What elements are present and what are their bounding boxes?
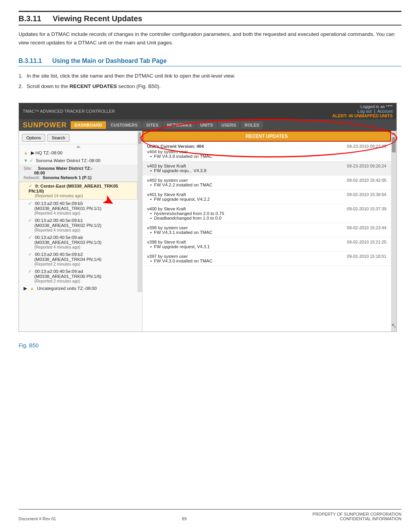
tree-item-sonoma[interactable]: ▼ ✓ Sonoma Water District TZ:-08:00 [19, 157, 137, 164]
step-1: 1. In the site list, click the site name… [19, 72, 401, 81]
update-entry-403: v403 by Steve Kraft FW upgrade requ... V… [142, 161, 391, 176]
update-by: v404 by system user [147, 149, 343, 154]
update-by-400: v400 by Steve Kraft [147, 206, 343, 211]
update-bullet-401: FW upgrade request, V4.2.2 [147, 197, 343, 201]
update-date-397: 09-02-2010 15:18:51 [347, 254, 386, 263]
screenshot-container: TMAC™ ADVANCED TRACKER CONTROLLER Logged… [19, 97, 397, 337]
right-scrollbar[interactable]: ↖ [391, 131, 396, 332]
update-by-397: v397 by system user [147, 254, 343, 259]
nav-tabs: DASHBOARD CUSTOMERS SITES NETWORKS UNITS… [71, 121, 263, 129]
update-bullet-403: FW upgrade requ... V4.3.8 [147, 168, 343, 173]
nav-tab-dashboard[interactable]: DASHBOARD [71, 121, 106, 129]
site-info-block: Site: Sonoma Water District TZ:- 08:00 N… [19, 164, 137, 182]
sidebar: Options Search ▲ ▶ HQ TZ:-08:00 [19, 131, 142, 332]
right-panel: RECENT UPDATES Unit's Current Version: 4… [142, 131, 396, 332]
step-list: 1. In the site list, click the site name… [19, 72, 401, 91]
nav-tab-roles[interactable]: ROLES [240, 121, 263, 129]
ok-icon: ▼ ✓ [24, 158, 33, 163]
update-bullet-402: FW V4.2.2 installed on TMAC [147, 183, 343, 187]
update-by-399: v399 by system user [147, 225, 343, 230]
update-entry-398: v398 by Steve Kraft FW upgrade request, … [142, 237, 391, 252]
update-date-401: 09-02-2010 15:39:54 [347, 192, 386, 201]
nav-tab-sites[interactable]: SITES [142, 121, 163, 129]
update-entry-399: v399 by system user FW V4.3.1 installed … [142, 223, 391, 237]
update-by-402: v402 by system user [147, 178, 343, 183]
sonoma-label: Sonoma Water District TZ:-08:00 [36, 158, 100, 163]
update-date-400: 09-02-2010 15:37:39 [347, 206, 386, 220]
account-link[interactable]: Account [377, 109, 393, 113]
ok-icon-u4: ✓ [28, 252, 32, 257]
update-date-403: 09-23-2010 09:20:24 [347, 164, 386, 173]
right-scroll-thumb[interactable] [392, 137, 396, 152]
tree-item-unit0[interactable]: ✓ 0: Center-East (M0338_AREA01_TRK05 PN:… [19, 182, 137, 200]
tree-item-unit3[interactable]: ✓ 00:13:a2:00:40:5e:09:ab (M0338_AREA01_… [19, 234, 137, 250]
update-entry-397: v397 by system user FW V4.3.0 installed … [142, 252, 391, 266]
ok-icon-u0: ✓ [29, 184, 32, 188]
nav-tab-units[interactable]: UNITS [196, 121, 217, 129]
update-entry-400: v400 by Steve Kraft Hysteresis changed f… [142, 204, 391, 223]
nav-tab-customers[interactable]: CUSTOMERS [107, 121, 142, 129]
nav-tab-networks[interactable]: NETWORKS [163, 121, 195, 129]
fig-caption: Fig. B50 [19, 342, 401, 349]
update-bullet-397: FW V4.3.0 installed on TMAC [147, 259, 343, 263]
section-title: B.3.11 Viewing Recent Updates [19, 14, 401, 25]
update-by-398: v398 by Steve Kraft [147, 240, 343, 244]
update-by-401: v401 by Steve Kraft [147, 192, 343, 197]
footer-left: Document # Rev 01 [19, 516, 56, 521]
update-date-398: 09-02-2010 15:21:25 [347, 240, 386, 249]
update-by-403: v403 by Steve Kraft [147, 164, 343, 168]
nav-bar: SUNPOWER DASHBOARD CUSTOMERS SITES NETWO… [19, 119, 396, 131]
svg-marker-0 [76, 146, 81, 148]
ok-icon-u2: ✓ [28, 218, 32, 223]
alert-text: ALERT: 46 UNMAPPED UNITS [332, 113, 393, 118]
logo-area: SUNPOWER [23, 121, 67, 129]
sidebar-scrollbar[interactable] [137, 131, 142, 292]
footer-right: PROPERTY OF SUNPOWER CORPORATION CONFIDE… [313, 512, 401, 521]
ok-icon-u1: ✓ [28, 201, 32, 206]
user-info: Logged in as **** Log out | Account ALER… [332, 104, 393, 118]
logo: SUNPOWER [23, 121, 67, 129]
update-date-399: 09-02-2010 15:23:44 [347, 225, 386, 235]
product-name: TMAC™ ADVANCED TRACKER CONTROLLER [23, 109, 115, 113]
update-entry-401: v401 by Steve Kraft FW upgrade request, … [142, 190, 391, 204]
tree-item-unit2[interactable]: ✓ 00:13:a2:00:40:5e:09:b1 (M0338_AREA01_… [19, 217, 137, 234]
update-bullet-399: FW V4.3.1 installed on TMAC [147, 230, 343, 235]
update-bullet-400b: Deadband changed from 1.0 to 0.0 [147, 216, 343, 220]
nav-tab-users[interactable]: USERS [218, 121, 240, 129]
body-text: Updates for a DTMAC include records of c… [19, 30, 401, 47]
sidebar-toolbar: Options Search [19, 131, 137, 144]
tree-item-unit1[interactable]: ✓ 00:13:a2:00:40:5e:09:b5 (M0338_AREA01_… [19, 200, 137, 217]
warning-icon-uncat: ▲ [30, 286, 34, 291]
hq-label: ▶ HQ TZ:-08:00 [31, 151, 63, 155]
main-area: Options Search ▲ ▶ HQ TZ:-08:00 [19, 131, 396, 332]
page-footer: Document # Rev 01 89 PROPERTY OF SUNPOWE… [19, 509, 401, 521]
logout-link[interactable]: Log out [357, 109, 372, 113]
svg-marker-1 [391, 132, 396, 135]
right-content: RECENT UPDATES Unit's Current Version: 4… [142, 131, 391, 332]
update-bullet-398: FW upgrade request, V4.3.1 [147, 244, 343, 249]
search-button[interactable]: Search [47, 134, 69, 142]
top-bar: TMAC™ ADVANCED TRACKER CONTROLLER Logged… [19, 103, 396, 119]
scroll-up-btn[interactable] [19, 144, 137, 149]
subsection-title: B.3.11.1 Using the Main or Dashboard Tab… [19, 58, 401, 66]
step-2: 2. Scroll down to the RECENT UPDATES sec… [19, 82, 401, 91]
update-bullet-400a: Hysteresis changed from 2.0 to 0.75 [147, 211, 343, 216]
tree-item-uncategorized[interactable]: ▶ ▲ Uncategorized units TZ:-08:00 [19, 284, 137, 292]
tree-item-unit4[interactable]: ✓ 00:13:a2:00:40:5e:09:b2 (M0338_AREA01_… [19, 250, 137, 267]
tree-item-unit5[interactable]: ✓ 00:13:a2:00:40:5e:09:ad (M0338_AREA01_… [19, 267, 137, 284]
update-date: 09-23-2010 09:22:29 [347, 144, 386, 159]
sidebar-scroll-thumb[interactable] [138, 132, 141, 144]
update-date-402: 09-02-2010 15:42:05 [347, 178, 386, 187]
footer-center: 89 [182, 516, 186, 521]
cursor-icon: ↖ [391, 322, 397, 332]
ok-icon-u3: ✓ [28, 235, 32, 240]
tree-item-hq[interactable]: ▲ ▶ HQ TZ:-08:00 [19, 149, 137, 157]
version-label: Unit's Current Version: 404 [147, 144, 343, 149]
warning-icon: ▲ [24, 151, 28, 155]
update-entry-402: v402 by system user FW V4.2.2 installed … [142, 176, 391, 190]
ok-icon-u5: ✓ [28, 269, 32, 274]
uncategorized-label: Uncategorized units TZ:-08:00 [37, 286, 97, 291]
recent-updates-header: RECENT UPDATES [142, 131, 391, 142]
update-bullet: FW V4.3.8 installed on TMAC [147, 154, 343, 159]
options-button[interactable]: Options [22, 134, 45, 142]
